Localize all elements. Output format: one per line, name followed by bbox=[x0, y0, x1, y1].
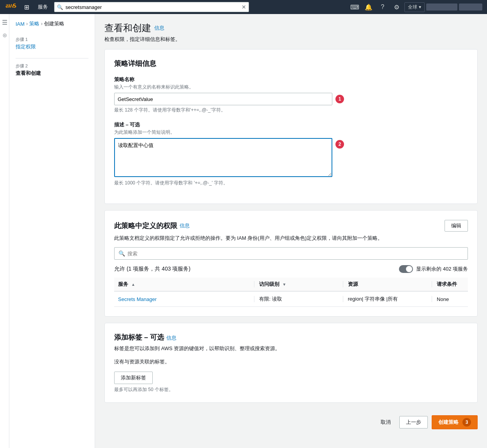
search-input[interactable] bbox=[65, 4, 239, 10]
service-sort-icon: ▲ bbox=[131, 282, 135, 287]
service-sort-button[interactable]: 服务 ▲ bbox=[118, 281, 249, 288]
create-policy-label: 创建策略 bbox=[438, 419, 459, 426]
tags-title: 添加标签 – 可选 bbox=[114, 333, 164, 342]
region-arrow-icon: ▾ bbox=[419, 4, 421, 10]
col-service-header: 服务 ▲ bbox=[114, 278, 253, 291]
aws-logo bbox=[5, 3, 19, 11]
grid-icon[interactable]: ⊞ bbox=[22, 3, 32, 12]
permissions-info-link[interactable]: 信息 bbox=[180, 222, 190, 229]
allow-right: 显示剩余的 402 项服务 bbox=[399, 265, 468, 273]
region-selector[interactable]: 全球 ▾ bbox=[404, 2, 425, 12]
prev-button[interactable]: 上一步 bbox=[399, 416, 428, 429]
allow-text: 允许 (1 项服务，共 403 项服务) bbox=[114, 266, 191, 273]
policy-desc-group: 描述 – 可选 为此策略添加一个简短说明。 读取配置中心值 2 最长 1000 … bbox=[114, 121, 468, 186]
step1-label: 步骤 1 bbox=[16, 37, 88, 42]
permissions-search-icon: 🔍 bbox=[118, 250, 125, 257]
permissions-table-head: 服务 ▲ 访问级别 ▼ 资源 bbox=[114, 278, 468, 291]
side-toggle: ☰ ◎ bbox=[0, 14, 9, 448]
page-info-link[interactable]: 信息 bbox=[154, 25, 164, 32]
search-bar: 🔍 ✕ bbox=[54, 2, 249, 12]
breadcrumb-sep1: › bbox=[26, 21, 28, 27]
access-cell: 有限: 读取 bbox=[255, 291, 342, 307]
condition-cell: None bbox=[433, 291, 468, 307]
breadcrumb: IAM › 策略 › 创建策略 bbox=[16, 20, 88, 27]
no-tags-text: 没有与资源关联的标签。 bbox=[114, 358, 468, 365]
policy-desc-badge: 2 bbox=[335, 140, 344, 149]
condition-header-label: 请求条件 bbox=[437, 281, 457, 287]
tags-card: 添加标签 – 可选 信息 标签是您可以添加到 AWS 资源的键值对，以帮助识别、… bbox=[104, 323, 478, 403]
notification-icon[interactable]: 🔔 bbox=[362, 1, 375, 13]
policy-desc-textarea[interactable]: 读取配置中心值 bbox=[114, 138, 332, 177]
permissions-title: 此策略中定义的权限 bbox=[114, 221, 177, 230]
policy-name-validation: 最长 128 个字符。请使用字母数字和'++=,.@-_'字符。 bbox=[114, 107, 468, 113]
allow-row: 允许 (1 项服务，共 403 项服务) 显示剩余的 402 项服务 bbox=[114, 265, 468, 273]
tags-desc: 标签是您可以添加到 AWS 资源的键值对，以帮助识别、整理或搜索资源。 bbox=[114, 345, 468, 352]
divider2 bbox=[343, 281, 343, 287]
step1-link[interactable]: 指定权限 bbox=[16, 44, 36, 50]
add-tag-button[interactable]: 添加新标签 bbox=[114, 372, 153, 384]
service-link[interactable]: Secrets Manager bbox=[118, 296, 157, 302]
tags-info-link[interactable]: 信息 bbox=[166, 335, 176, 342]
policy-details-title: 策略详细信息 bbox=[114, 59, 468, 68]
step2-active: 查看和创建 bbox=[16, 70, 88, 77]
search-clear-button[interactable]: ✕ bbox=[242, 4, 246, 10]
sidebar-divider bbox=[16, 58, 88, 58]
breadcrumb-iam-link[interactable]: IAM bbox=[16, 21, 25, 27]
page-header: 查看和创建 信息 检查权限，指定详细信息和标签。 bbox=[104, 22, 478, 43]
divider3 bbox=[432, 281, 432, 287]
policy-desc-label: 描述 – 可选 bbox=[114, 121, 468, 128]
footer-bar: 取消 上一步 创建策略 3 bbox=[104, 409, 478, 432]
services-menu-button[interactable]: 服务 bbox=[35, 3, 51, 11]
user-account-bar bbox=[426, 4, 457, 11]
help-icon[interactable]: ? bbox=[376, 1, 389, 13]
main-content: 查看和创建 信息 检查权限，指定详细信息和标签。 策略详细信息 策略名称 输入一… bbox=[95, 14, 487, 448]
col-access-header: 访问级别 ▼ bbox=[255, 278, 342, 291]
service-header-label: 服务 bbox=[118, 281, 128, 288]
terminal-icon[interactable]: ⌨ bbox=[348, 1, 361, 13]
show-remaining-label: 显示剩余的 402 项服务 bbox=[416, 266, 468, 273]
show-remaining-toggle[interactable] bbox=[399, 265, 413, 273]
max-tags-text: 最多可以再添加 50 个标签。 bbox=[114, 386, 468, 393]
policy-desc-hint: 为此策略添加一个简短说明。 bbox=[114, 129, 468, 136]
permissions-edit-button[interactable]: 编辑 bbox=[445, 220, 468, 232]
policy-details-card: 策略详细信息 策略名称 输入一个有意义的名称来标识此策略。 1 最长 128 个… bbox=[104, 49, 478, 204]
settings-icon[interactable]: ⚙ bbox=[390, 1, 403, 13]
breadcrumb-sep2: › bbox=[41, 21, 42, 27]
policy-name-label: 策略名称 bbox=[114, 76, 468, 83]
permissions-desc: 此策略文档定义的权限指定了允许或拒绝的操作。要为 IAM 身份(用户、用户组或角… bbox=[114, 235, 468, 242]
search-icon: 🔍 bbox=[57, 4, 63, 10]
side-nav-toggle-button[interactable]: ☰ bbox=[2, 19, 7, 26]
create-policy-badge: 3 bbox=[462, 418, 471, 427]
page-title-row: 查看和创建 信息 bbox=[104, 22, 478, 34]
policy-name-input-wrapper: 1 bbox=[114, 93, 332, 105]
page-wrapper: IAM › 策略 › 创建策略 步骤 1 指定权限 步骤 2 查看和创建 查看和… bbox=[9, 14, 487, 448]
policy-desc-textarea-wrapper: 读取配置中心值 2 bbox=[114, 138, 332, 178]
cancel-button[interactable]: 取消 bbox=[376, 416, 395, 428]
breadcrumb-current: 创建策略 bbox=[44, 20, 64, 27]
policy-name-hint: 输入一个有意义的名称来标识此策略。 bbox=[114, 84, 468, 90]
permissions-search-input[interactable] bbox=[127, 251, 464, 257]
create-policy-button[interactable]: 创建策略 3 bbox=[432, 415, 478, 429]
region-label: 全球 bbox=[408, 4, 417, 11]
service-cell: Secrets Manager bbox=[114, 291, 253, 307]
left-sidebar: IAM › 策略 › 创建策略 步骤 1 指定权限 步骤 2 查看和创建 bbox=[9, 14, 95, 448]
permissions-table-header-row: 服务 ▲ 访问级别 ▼ 资源 bbox=[114, 278, 468, 291]
table-row: Secrets Manager 有限: 读取 region| 字符串像 |所有 … bbox=[114, 291, 468, 307]
permissions-search-box: 🔍 bbox=[114, 247, 468, 260]
page-description: 检查权限，指定详细信息和标签。 bbox=[104, 36, 478, 43]
permissions-card: 此策略中定义的权限 信息 编辑 此策略文档定义的权限指定了允许或拒绝的操作。要为… bbox=[104, 210, 478, 317]
policy-desc-validation: 最长 1000 个字符。请使用字母数字和 '+=,.@-_' 字符。 bbox=[114, 180, 468, 186]
breadcrumb-policies-link[interactable]: 策略 bbox=[29, 20, 39, 27]
tags-title-row: 添加标签 – 可选 信息 bbox=[114, 333, 468, 344]
access-header-label: 访问级别 bbox=[259, 281, 279, 288]
access-sort-button[interactable]: 访问级别 ▼ bbox=[259, 281, 338, 288]
policy-name-input[interactable] bbox=[114, 93, 332, 105]
permissions-table-body: Secrets Manager 有限: 读取 region| 字符串像 |所有 … bbox=[114, 291, 468, 307]
permissions-title-row: 此策略中定义的权限 信息 bbox=[114, 221, 190, 230]
policy-name-group: 策略名称 输入一个有意义的名称来标识此策略。 1 最长 128 个字符。请使用字… bbox=[114, 76, 468, 113]
step1-block: 步骤 1 指定权限 bbox=[16, 37, 88, 50]
access-sort-icon: ▼ bbox=[282, 282, 286, 287]
side-nav-pin-button[interactable]: ◎ bbox=[3, 32, 7, 38]
step2-block: 步骤 2 查看和创建 bbox=[16, 63, 88, 77]
permissions-table: 服务 ▲ 访问级别 ▼ 资源 bbox=[114, 278, 468, 307]
